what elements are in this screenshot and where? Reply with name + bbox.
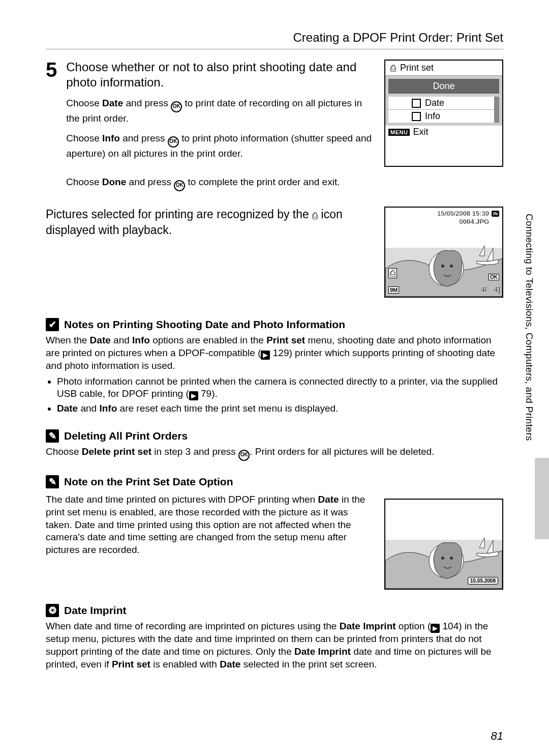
scrollbar[interactable]: [494, 97, 499, 123]
tip-note-icon: ❂: [46, 604, 59, 617]
notes3-title: Note on the Print Set Date Option: [64, 476, 233, 488]
step-number: 5: [46, 60, 57, 167]
notes1-title: Notes on Printing Shooting Date and Phot…: [64, 318, 345, 331]
pencil-note-icon: ✎: [46, 429, 59, 443]
lcd-done-option[interactable]: Done: [388, 79, 499, 94]
checkbox-icon: [412, 112, 421, 121]
printer-icon: ⎙: [312, 211, 318, 220]
side-chapter-label: Connecting to Televisions, Computers, an…: [524, 214, 535, 441]
side-tab: [535, 458, 549, 539]
lcd-title: ⎙ Print set: [385, 61, 502, 76]
date-imprint-thumbnail: 15.05.2008: [384, 499, 503, 590]
step-5: 5 Choose whether or not to also print sh…: [46, 60, 503, 167]
step-title: Choose whether or not to also print shoo…: [66, 60, 375, 90]
print-order-icon: ⎙: [388, 268, 397, 278]
notes1-paragraph: When the Date and Info options are enabl…: [46, 334, 503, 372]
notes1-bullet-2: Date and Info are reset each time the pr…: [57, 402, 503, 415]
svg-point-2: [450, 265, 453, 268]
page-ref-icon: ▶: [189, 391, 198, 400]
ok-icon: OK: [171, 101, 182, 112]
menu-button-label: MENU: [388, 129, 410, 136]
playback-recognition-text: Pictures selected for printing are recog…: [46, 207, 375, 238]
thumb2-datestamp: 15.05.2008: [468, 577, 498, 585]
ok-icon: OK: [238, 450, 250, 461]
ok-icon: OK: [174, 180, 185, 191]
in-memory-icon: IN: [492, 211, 499, 217]
svg-point-4: [441, 557, 444, 560]
lcd-title-text: Print set: [400, 63, 434, 73]
page-ref-icon: ▶: [261, 351, 270, 360]
check-note-icon: ✔: [46, 318, 59, 331]
printer-icon: ⎙: [390, 64, 396, 73]
svg-point-5: [450, 557, 453, 560]
page-header: Creating a DPOF Print Order: Print Set: [46, 31, 503, 49]
page-ref-icon: ▶: [431, 624, 440, 633]
notes-deleting-orders: ✎ Deleting All Print Orders Choose Delet…: [46, 429, 503, 461]
lcd-info-option[interactable]: Info: [388, 109, 499, 123]
thumb-count-pos: 4/: [481, 285, 487, 294]
notes-print-set-date: ✎ Note on the Print Set Date Option The …: [46, 475, 503, 590]
lcd-footer: MENU Exit: [385, 126, 502, 138]
notes4-paragraph: When date and time of recording are impr…: [46, 620, 503, 671]
thumb-datetime: 15/05/2008 15:30: [437, 210, 489, 217]
notes2-paragraph: Choose Delete print set in step 3 and pr…: [46, 446, 503, 461]
notes3-paragraph: The date and time printed on pictures wi…: [46, 493, 375, 556]
ok-hint-icon: OK: [489, 274, 499, 280]
notes2-title: Deleting All Print Orders: [64, 430, 188, 442]
pencil-note-icon: ✎: [46, 475, 59, 488]
notes4-title: Date Imprint: [64, 604, 127, 617]
lcd-info-label: Info: [425, 111, 440, 122]
step-para-1: Choose Date and press OK to print date o…: [66, 97, 375, 125]
lcd-exit-label: Exit: [413, 127, 428, 137]
playback-thumbnail: 15/05/2008 15:30 IN 0004.JPG ⎙ OK 9M 4/ …: [384, 207, 503, 298]
step-para-2: Choose Info and press OK to print photo …: [66, 132, 375, 160]
lcd-date-label: Date: [425, 98, 444, 108]
thumb-filename: 0004.JPG: [459, 218, 489, 225]
svg-point-1: [441, 265, 444, 268]
page-number: 81: [491, 730, 503, 743]
step-para-3: Choose Done and press OK to complete the…: [66, 176, 503, 191]
checkbox-icon: [412, 99, 421, 108]
ok-icon: OK: [168, 136, 179, 148]
notes-printing-date-info: ✔ Notes on Printing Shooting Date and Ph…: [46, 318, 503, 415]
image-size-icon: 9M: [388, 286, 399, 294]
thumb-count-total: 4]: [494, 285, 500, 294]
lcd-date-option[interactable]: Date: [388, 97, 499, 109]
lcd-print-set-screen: ⎙ Print set Done Date Info: [384, 60, 503, 167]
notes1-bullet-1: Photo information cannot be printed when…: [57, 375, 503, 401]
notes-date-imprint: ❂ Date Imprint When date and time of rec…: [46, 604, 503, 671]
